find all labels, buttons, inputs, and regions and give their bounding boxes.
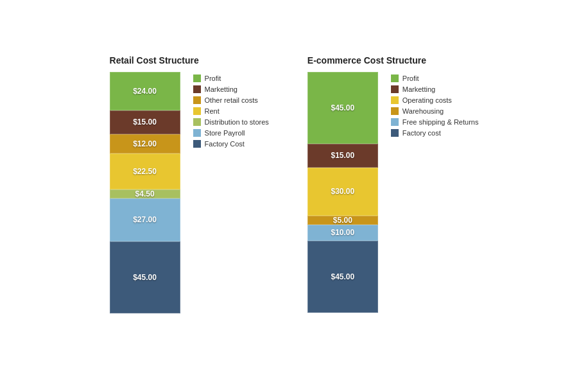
retail-stacked-bar: $24.00$15.00$12.00$22.50$4.50$27.00$45.0… <box>110 72 180 313</box>
retail-legend-item-3: Rent <box>193 107 269 115</box>
ecommerce-segment-0: $45.00 <box>307 72 378 144</box>
ecommerce-legend-item-0: Profit <box>391 74 479 82</box>
ecommerce-legend-item-4: Free shipping & Returns <box>391 118 479 126</box>
ecommerce-legend-color-4 <box>391 118 399 126</box>
ecommerce-chart-section: E-commerce Cost Structure $45.00$15.00$3… <box>307 55 479 313</box>
ecommerce-legend-color-3 <box>391 107 399 115</box>
ecommerce-legend-label-5: Factory cost <box>402 129 441 137</box>
charts-container: Retail Cost Structure $24.00$15.00$12.00… <box>0 42 588 326</box>
retail-segment-1: $15.00 <box>110 110 180 134</box>
retail-legend-item-4: Distribution to stores <box>193 118 269 126</box>
ecommerce-segment-2: $30.00 <box>307 168 378 216</box>
retail-legend-item-6: Factory Cost <box>193 140 269 148</box>
ecommerce-segment-5: $45.00 <box>307 241 378 313</box>
retail-legend-color-0 <box>193 74 201 82</box>
ecommerce-stacked-bar: $45.00$15.00$30.00$5.00$10.00$45.00 <box>307 72 378 313</box>
ecommerce-legend-color-2 <box>391 96 399 104</box>
ecommerce-segment-4: $10.00 <box>307 225 378 241</box>
ecommerce-legend-color-1 <box>391 85 399 93</box>
ecommerce-segment-3: $5.00 <box>307 216 378 225</box>
ecommerce-legend: ProfitMarkettingOperating costsWarehousi… <box>391 72 479 137</box>
ecommerce-legend-label-0: Profit <box>402 74 419 82</box>
retail-legend-label-2: Other retail costs <box>205 96 258 104</box>
ecommerce-legend-item-5: Factory cost <box>391 129 479 137</box>
retail-legend-color-3 <box>193 107 201 115</box>
retail-legend-item-1: Marketting <box>193 85 269 93</box>
retail-legend-color-5 <box>193 129 201 137</box>
retail-legend: ProfitMarkettingOther retail costsRentDi… <box>193 72 269 148</box>
retail-segment-3: $22.50 <box>110 153 180 189</box>
retail-legend-label-0: Profit <box>205 74 221 82</box>
ecommerce-legend-color-5 <box>391 129 399 137</box>
ecommerce-chart-title: E-commerce Cost Structure <box>307 55 426 66</box>
retail-chart-section: Retail Cost Structure $24.00$15.00$12.00… <box>110 55 269 313</box>
retail-legend-color-4 <box>193 118 201 126</box>
retail-chart-title: Retail Cost Structure <box>110 55 199 66</box>
ecommerce-legend-label-4: Free shipping & Returns <box>402 118 479 126</box>
ecommerce-legend-label-3: Warehousing <box>402 107 444 115</box>
retail-legend-color-6 <box>193 140 201 148</box>
ecommerce-legend-item-3: Warehousing <box>391 107 479 115</box>
ecommerce-legend-item-1: Marketting <box>391 85 479 93</box>
retail-segment-2: $12.00 <box>110 134 180 153</box>
retail-legend-item-5: Store Payroll <box>193 129 269 137</box>
retail-legend-item-0: Profit <box>193 74 269 82</box>
retail-legend-label-5: Store Payroll <box>205 129 245 137</box>
retail-segment-5: $27.00 <box>110 198 180 241</box>
ecommerce-legend-item-2: Operating costs <box>391 96 479 104</box>
ecommerce-legend-label-1: Marketting <box>402 85 435 93</box>
retail-legend-color-1 <box>193 85 201 93</box>
retail-chart-body: $24.00$15.00$12.00$22.50$4.50$27.00$45.0… <box>110 72 269 313</box>
retail-legend-label-4: Distribution to stores <box>205 118 269 126</box>
retail-legend-item-2: Other retail costs <box>193 96 269 104</box>
ecommerce-legend-color-0 <box>391 74 399 82</box>
retail-segment-4: $4.50 <box>110 189 180 198</box>
retail-segment-0: $24.00 <box>110 72 180 110</box>
retail-legend-label-6: Factory Cost <box>205 140 245 148</box>
ecommerce-chart-body: $45.00$15.00$30.00$5.00$10.00$45.00 Prof… <box>307 72 479 313</box>
ecommerce-legend-label-2: Operating costs <box>402 96 452 104</box>
retail-legend-color-2 <box>193 96 201 104</box>
ecommerce-segment-1: $15.00 <box>307 144 378 168</box>
retail-legend-label-1: Marketting <box>205 85 238 93</box>
retail-legend-label-3: Rent <box>205 107 220 115</box>
retail-segment-6: $45.00 <box>110 241 180 313</box>
